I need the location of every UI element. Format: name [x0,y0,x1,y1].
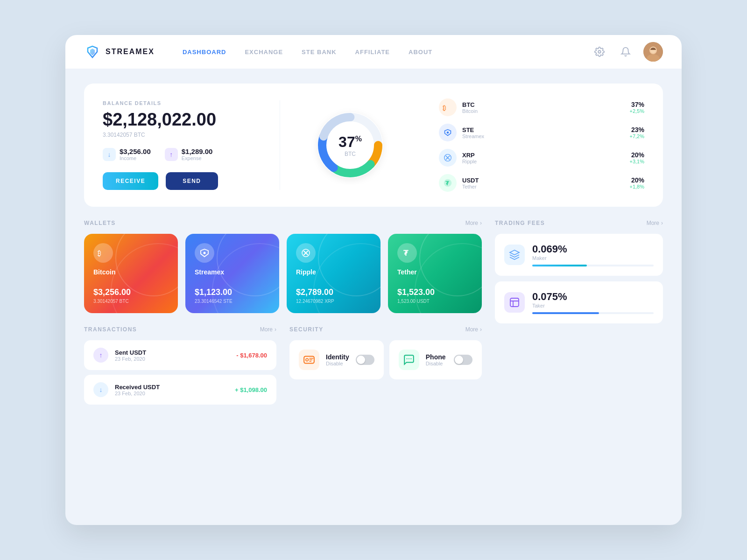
balance-stats: ↓ $3,256.00 Income ↑ $1,289.00 Expense [103,147,256,161]
phone-toggle[interactable] [454,355,472,365]
nav-dashboard[interactable]: DASHBOARD [183,49,226,56]
svg-point-0 [598,50,601,53]
balance-card: BALANCE DETAILS $2,128,022.00 3.30142057… [84,84,663,207]
btc-pct: 37% [630,101,645,108]
usdt-change: +1,8% [630,184,645,189]
nav-exchange[interactable]: EXCHANGE [245,49,283,56]
phone-name: Phone [426,353,447,361]
svg-text:₿: ₿ [443,104,446,112]
tx-amount-0: - $1,678.00 [236,352,267,359]
security-card-identity: Identity Disable [289,340,384,379]
maker-fee-pct: 0.069% [532,243,654,255]
right-col: TRADING FEES More › 0.069% [495,220,663,409]
nav-about[interactable]: ABOUT [409,49,432,56]
crypto-list: ₿ BTC Bitcoin 37% +2,5% [420,98,644,192]
svg-text:₿: ₿ [98,249,101,257]
balance-left: BALANCE DETAILS $2,128,022.00 3.30142057… [103,100,280,190]
tx-date-0: 23 Feb, 2020 [115,356,230,362]
main-content: BALANCE DETAILS $2,128,022.00 3.30142057… [65,69,682,424]
svg-point-23 [409,358,409,359]
usdt-wallet-name: Tether [397,268,472,276]
tx-date-1: 23 Feb, 2020 [115,391,228,396]
wallets-more[interactable]: More › [465,220,482,226]
balance-buttons: RECEIVE SEND [103,172,256,190]
donut-chart-area: 37% BTC [280,103,420,187]
ste-pct: 23% [630,126,645,133]
transactions-title: TRANSACTIONS [84,326,137,333]
expense-amount: $1,289.00 [182,147,213,155]
notification-icon[interactable] [617,43,634,60]
taker-fee-pct: 0.075% [532,291,654,303]
security-cards-row: Identity Disable [289,340,482,379]
income-amount: $3,256.00 [120,147,151,155]
receive-button[interactable]: RECEIVE [103,172,158,190]
balance-amount: $2,128,022.00 [103,110,256,130]
wallet-card-ste[interactable]: Streamex $1,123.00 23.30146542 STE [185,234,279,313]
svg-text:₮: ₮ [445,180,449,187]
logo-area: STREAMEX [84,43,155,60]
avatar[interactable] [643,42,663,62]
btc-wallet-sub: 3.30142057 BTC [93,299,169,304]
donut-percentage: 37% [338,133,362,151]
tx-name-1: Received USDT [115,384,228,391]
donut-chart: 37% BTC [308,103,392,187]
wallet-card-usdt[interactable]: ₮ Tether $1,523.00 1,523.00 USDT [388,234,482,313]
ste-change: +7,2% [630,133,645,139]
usdt-wallet-sub: 1,523.00 USDT [397,299,472,304]
fee-card-taker: 0.075% Taker [495,281,663,323]
taker-fee-bar-bg [532,312,654,314]
security-header: SECURITY More › [289,326,482,333]
btc-wallet-amount: $3,256.00 [93,287,169,297]
nav-right [591,42,663,62]
svg-point-22 [406,358,407,359]
wallet-card-xrp[interactable]: Ripple $2,789.00 12.24670982 XRP [287,234,381,313]
svg-point-24 [410,358,411,359]
trading-fees-title: TRADING FEES [495,220,545,226]
btc-wallet-name: Bitcoin [93,268,169,276]
security-section: SECURITY More › [289,326,482,409]
ste-wallet-name: Streamex [195,268,270,276]
wallet-card-btc[interactable]: ₿ Bitcoin $3,256.00 3.30142057 BTC [84,234,178,313]
identity-icon [299,350,319,370]
xrp-name: Ripple [462,159,624,164]
crypto-row-btc: ₿ BTC Bitcoin 37% +2,5% [439,98,644,116]
tx-name-0: Sent USDT [115,349,230,356]
send-button[interactable]: SEND [166,172,218,190]
identity-name: Identity [326,353,349,361]
tx-amount-1: + $1,098.00 [235,386,267,393]
xrp-wallet-sub: 12.24670982 XRP [296,299,371,304]
svg-rect-25 [510,298,519,307]
logo-text: STREAMEX [106,48,155,56]
trading-fees-more[interactable]: More › [647,220,663,226]
security-more[interactable]: More › [465,326,482,333]
crypto-row-usdt: ₮ USDT Tether 20% +1,8% [439,174,644,192]
donut-coin: BTC [338,151,362,157]
expense-stat: ↑ $1,289.00 Expense [165,147,213,161]
svg-point-12 [447,132,449,134]
tx-row-1: ↓ Received USDT 23 Feb, 2020 + $1,098.00 [84,375,276,405]
wallets-section: WALLETS More › ₿ Bitcoin [84,220,482,313]
maker-fee-bar [532,265,587,266]
phone-icon [399,350,419,370]
nav-affiliate[interactable]: AFFILIATE [355,49,390,56]
tx-up-arrow-icon: ↑ [93,348,108,363]
transactions-more[interactable]: More › [260,326,276,333]
svg-text:₮: ₮ [403,249,409,257]
nav-ste-bank[interactable]: STE BANK [302,49,336,56]
nav-links: DASHBOARD EXCHANGE STE BANK AFFILIATE AB… [183,49,591,56]
security-card-phone: Phone Disable [389,340,482,379]
btc-name: Bitcoin [462,108,624,114]
tx-row-0: ↑ Sent USDT 23 Feb, 2020 - $1,678.00 [84,340,276,370]
btc-symbol: BTC [462,101,624,108]
usdt-icon: ₮ [439,174,457,192]
left-col: WALLETS More › ₿ Bitcoin [84,220,482,409]
taker-fee-name: Taker [532,303,654,308]
app-container: STREAMEX DASHBOARD EXCHANGE STE BANK AFF… [65,35,682,525]
trading-fees-section: TRADING FEES More › 0.069% [495,220,663,329]
identity-toggle[interactable] [356,355,374,365]
security-title: SECURITY [289,326,324,333]
usdt-pct: 20% [630,176,645,184]
tx-down-arrow-icon: ↓ [93,382,108,397]
btc-icon: ₿ [439,98,457,116]
settings-icon[interactable] [591,43,608,60]
